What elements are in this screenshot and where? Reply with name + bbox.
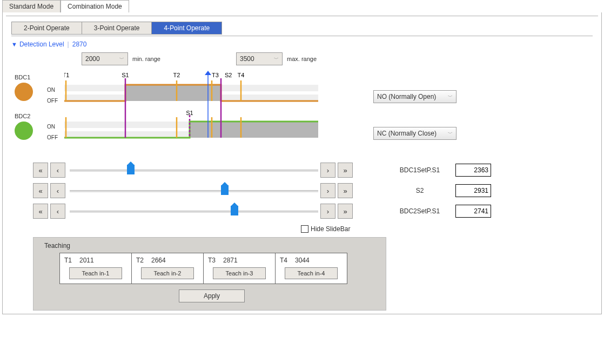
slider1-track[interactable] — [70, 165, 318, 176]
slider1-thumb[interactable] — [127, 165, 135, 174]
teach2-v: 2664 — [151, 257, 166, 264]
teaching-title: Teaching — [44, 242, 379, 250]
slider2-fast-left[interactable]: « — [33, 183, 48, 198]
bdc2-mode-value: NC (Normally Close) — [377, 130, 437, 137]
hide-slidebar-label: Hide SlideBar — [311, 225, 350, 233]
svg-marker-17 — [205, 71, 211, 75]
teach-cell-4: T43044 Teach in-4 — [276, 253, 347, 284]
separator: | — [68, 41, 69, 48]
svg-text:T3: T3 — [212, 72, 219, 78]
teach-cell-1: T12011 Teach in-1 — [59, 253, 132, 284]
slider3-step-left[interactable]: ‹ — [50, 204, 65, 219]
min-range-value: 2000 — [85, 55, 100, 63]
teach-cell-3: T32871 Teach in-3 — [204, 253, 276, 284]
teach-in-4-button[interactable]: Teach in-4 — [285, 267, 338, 279]
chevron-down-icon: ﹀ — [448, 130, 453, 137]
detection-level-value: 2870 — [72, 41, 87, 48]
tab-combination-mode[interactable]: Combination Mode — [61, 0, 129, 12]
teach3-v: 2871 — [223, 257, 238, 264]
teach3-t: T3 — [208, 257, 216, 264]
bdc1-indicator — [15, 83, 33, 101]
bdc1-mode-select[interactable]: NO (Normally Open) ﹀ — [373, 90, 457, 103]
teach-in-2-button[interactable]: Teach in-2 — [141, 267, 194, 279]
chevron-down-icon: ﹀ — [274, 56, 279, 63]
slider2-track[interactable] — [70, 185, 318, 196]
bdc2-mode-select[interactable]: NC (Normally Close) ﹀ — [373, 127, 457, 140]
slider2-step-left[interactable]: ‹ — [50, 183, 65, 198]
slider3-step-right[interactable]: › — [320, 204, 335, 219]
slider1-fast-left[interactable]: « — [33, 163, 48, 178]
teach4-v: 3044 — [295, 257, 310, 264]
bdc2-off-label: OFF — [47, 134, 58, 140]
slider2-value-input[interactable] — [455, 184, 491, 197]
slider3-thumb[interactable] — [231, 206, 238, 215]
slider2-step-right[interactable]: › — [320, 183, 335, 198]
slider3-label: BDC2SetP.S1 — [387, 207, 452, 215]
svg-rect-5 — [190, 122, 318, 138]
teach2-t: T2 — [136, 257, 144, 264]
svg-rect-4 — [125, 85, 221, 101]
teach-in-1-button[interactable]: Teach in-1 — [69, 267, 122, 279]
slider2-label: S2 — [387, 187, 452, 194]
bdc2-on-label: ON — [47, 124, 55, 130]
slider3-fast-left[interactable]: « — [33, 204, 48, 219]
slider2-thumb[interactable] — [221, 185, 229, 195]
detection-level-row: ▼ Detection Level | 2870 — [11, 41, 593, 48]
slider1-step-right[interactable]: › — [320, 163, 335, 178]
slider1-label: BDC1SetP.S1 — [387, 166, 452, 174]
bdc2-title: BDC2 — [15, 113, 33, 119]
tab-standard-mode[interactable]: Standard Mode — [2, 0, 61, 12]
max-range-select[interactable]: 3500 ﹀ — [236, 52, 283, 65]
triangle-down-icon: ▼ — [11, 41, 17, 48]
timing-diagram: T1 S1 T2 T3 S2 T4 S1 — [64, 71, 318, 152]
slider1-value-input[interactable] — [455, 164, 491, 177]
teach1-t: T1 — [64, 257, 72, 264]
svg-text:S1: S1 — [122, 72, 129, 78]
bdc1-mode-value: NO (Normally Open) — [377, 93, 436, 100]
svg-text:S1: S1 — [186, 110, 193, 116]
svg-text:T4: T4 — [238, 72, 245, 78]
chevron-down-icon: ﹀ — [448, 93, 453, 100]
bdc1-on-label: ON — [47, 87, 55, 93]
max-range-label: max. range — [287, 56, 317, 62]
slider1-fast-right[interactable]: » — [338, 163, 353, 178]
tab-2point[interactable]: 2-Point Operate — [11, 22, 82, 35]
slider2-fast-right[interactable]: » — [338, 183, 353, 198]
bdc1-title: BDC1 — [15, 74, 33, 80]
tab-3point[interactable]: 3-Point Operate — [82, 22, 152, 35]
detection-level-label: Detection Level — [19, 41, 64, 48]
chevron-down-icon: ﹀ — [119, 56, 124, 63]
teach1-v: 2011 — [79, 257, 94, 264]
slider3-track[interactable] — [70, 206, 318, 217]
teaching-panel: Teaching T12011 Teach in-1 T22664 Teach … — [33, 237, 386, 311]
svg-text:T2: T2 — [173, 72, 180, 78]
max-range-value: 3500 — [240, 55, 254, 63]
bdc2-indicator — [15, 122, 33, 140]
apply-button[interactable]: Apply — [179, 289, 245, 302]
teach-in-3-button[interactable]: Teach in-3 — [213, 267, 266, 279]
bdc1-off-label: OFF — [47, 98, 58, 104]
min-range-select[interactable]: 2000 ﹀ — [82, 52, 128, 65]
teach-cell-2: T22664 Teach in-2 — [132, 253, 204, 284]
slider3-value-input[interactable] — [455, 205, 491, 218]
teach4-t: T4 — [280, 257, 287, 264]
min-range-label: min. range — [132, 56, 160, 62]
hide-slidebar-checkbox[interactable] — [301, 225, 308, 233]
slider3-fast-right[interactable]: » — [338, 204, 353, 219]
slider1-step-left[interactable]: ‹ — [50, 163, 65, 178]
svg-text:T1: T1 — [64, 72, 69, 78]
svg-text:S2: S2 — [225, 72, 232, 78]
tab-4point[interactable]: 4-Point Operate — [152, 22, 222, 35]
